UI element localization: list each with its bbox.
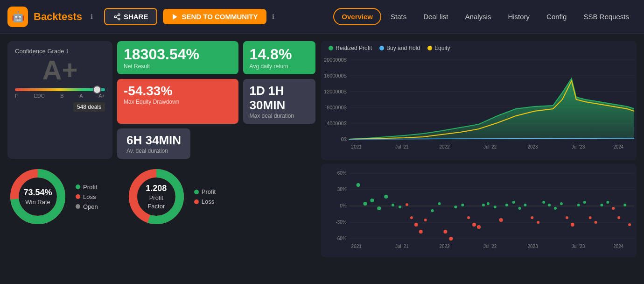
svg-point-57	[467, 216, 470, 219]
svg-point-55	[454, 206, 457, 208]
max-deal-duration-label: Max deal duration	[250, 113, 309, 119]
svg-point-78	[589, 216, 592, 219]
svg-point-71	[548, 204, 551, 206]
svg-point-81	[606, 201, 609, 204]
main-chart-svg: 2000000$ 1600000$ 1200000$ 800000$ 40000…	[321, 55, 637, 153]
svg-point-67	[524, 204, 526, 206]
info-icon-send[interactable]: ℹ	[272, 13, 274, 20]
profit-factor-section: 1.208 Profit Factor Profit Loss	[126, 166, 216, 227]
slider-thumb	[93, 85, 101, 94]
equity-dot	[427, 46, 432, 50]
svg-line-3	[116, 17, 119, 19]
svg-point-47	[410, 216, 413, 219]
svg-point-56	[461, 204, 464, 206]
avg-daily-label: Avg daily return	[250, 63, 309, 70]
svg-text:0$: 0$	[341, 136, 347, 142]
svg-point-70	[542, 201, 545, 204]
svg-point-80	[600, 204, 603, 206]
svg-text:2024: 2024	[613, 144, 624, 149]
svg-text:-60%: -60%	[336, 236, 346, 241]
svg-point-54	[449, 237, 453, 241]
avg-deal-duration-label: Av. deal duration	[126, 148, 181, 154]
win-rate-value: 73.54%	[23, 188, 52, 198]
share-button[interactable]: SHARE	[104, 8, 158, 25]
share-icon	[113, 13, 121, 21]
net-result-label: Net Result	[124, 63, 232, 70]
svg-text:2021: 2021	[351, 144, 362, 149]
info-icon-brand[interactable]: ℹ	[91, 13, 93, 20]
tab-analysis[interactable]: Analysis	[458, 9, 499, 24]
svg-text:1200000$: 1200000$	[324, 89, 347, 94]
legend-loss-1: Loss	[76, 193, 98, 200]
tab-config[interactable]: Config	[539, 9, 574, 24]
svg-text:2022: 2022	[440, 244, 450, 249]
tab-history[interactable]: History	[500, 9, 537, 24]
app-header: 🤖 Backtests ℹ SHARE SEND TO COMMUNITY ℹ …	[0, 0, 644, 34]
svg-point-39	[357, 183, 360, 187]
avg-deal-duration-card: 6H 34MIN Av. deal duration	[117, 128, 190, 159]
legend-buy-hold: Buy and Hold	[379, 45, 420, 51]
svg-point-40	[363, 202, 367, 206]
svg-point-2	[118, 18, 120, 20]
svg-point-49	[419, 230, 423, 234]
win-rate-section: 73.54% Win Rate Profit Loss O	[7, 166, 98, 227]
max-deal-duration-card: 1D 1H 30MIN Max deal duration	[243, 79, 315, 124]
tab-ssb-requests[interactable]: SSB Requests	[576, 9, 637, 24]
loss-dot-1	[76, 194, 80, 199]
legend-realized-profit: Realized Profit	[329, 45, 372, 51]
svg-point-46	[406, 203, 408, 206]
svg-point-69	[537, 221, 539, 224]
scatter-chart-area: 60% 30% 0% -30% -60%	[321, 164, 637, 257]
svg-text:Jul '23: Jul '23	[572, 244, 585, 249]
svg-point-75	[571, 223, 574, 227]
confidence-info-icon[interactable]: ℹ	[66, 48, 69, 55]
svg-point-60	[482, 204, 485, 206]
svg-point-68	[531, 216, 533, 219]
svg-point-83	[617, 216, 620, 219]
svg-text:2022: 2022	[440, 144, 450, 149]
svg-point-43	[384, 195, 388, 199]
main-content: Confidence Grade ℹ A+ 548 deals F EDC B …	[0, 34, 644, 284]
svg-text:Jul '22: Jul '22	[483, 244, 497, 249]
confidence-title: Confidence Grade ℹ	[15, 48, 69, 55]
bottom-cards-row: -54.33% Max Equity Drawdown 1D 1H 30MIN …	[117, 79, 315, 124]
svg-text:2000000$: 2000000$	[324, 57, 347, 63]
send-to-community-button[interactable]: SEND TO COMMUNITY	[163, 9, 266, 24]
tab-deal-list[interactable]: Deal list	[416, 9, 455, 24]
buy-hold-dot	[379, 46, 384, 50]
tab-overview[interactable]: Overview	[333, 8, 381, 25]
win-rate-donut: 73.54% Win Rate	[7, 166, 68, 227]
svg-point-73	[560, 202, 563, 205]
svg-text:400000$: 400000$	[327, 121, 347, 126]
loss-dot-2	[194, 199, 199, 204]
svg-text:-30%: -30%	[336, 220, 346, 225]
avg-deal-duration-value: 6H 34MIN	[126, 133, 181, 148]
profit-dot-2	[194, 190, 199, 194]
right-panel: Realized Profit Buy and Hold Equity	[315, 41, 637, 277]
profit-factor-value: 1.208	[141, 184, 171, 193]
legend-profit-1: Profit	[76, 184, 98, 191]
profit-dot-1	[76, 185, 80, 189]
svg-point-79	[595, 221, 597, 224]
svg-point-53	[443, 230, 447, 234]
svg-point-51	[431, 209, 434, 212]
win-rate-label: Win Rate	[25, 199, 50, 206]
profit-factor-legend: Profit Loss	[194, 188, 216, 205]
svg-point-72	[554, 207, 557, 210]
svg-point-66	[518, 207, 521, 210]
max-deal-duration-value: 1D 1H 30MIN	[250, 84, 309, 113]
svg-text:2023: 2023	[527, 144, 538, 149]
svg-point-45	[399, 206, 401, 208]
top-cards-row: 18303.54% Net Result 14.8% Avg daily ret…	[117, 41, 315, 74]
svg-point-84	[623, 204, 626, 206]
svg-point-76	[577, 204, 580, 206]
svg-point-44	[392, 204, 394, 206]
svg-text:Jul '23: Jul '23	[572, 144, 585, 149]
slider-track	[15, 88, 105, 91]
tab-stats[interactable]: Stats	[383, 9, 414, 24]
win-rate-legend: Profit Loss Open	[76, 184, 98, 210]
legend-open-1: Open	[76, 203, 98, 210]
net-result-value: 18303.54%	[124, 46, 232, 63]
svg-text:0%: 0%	[340, 203, 347, 208]
svg-point-48	[414, 223, 418, 227]
